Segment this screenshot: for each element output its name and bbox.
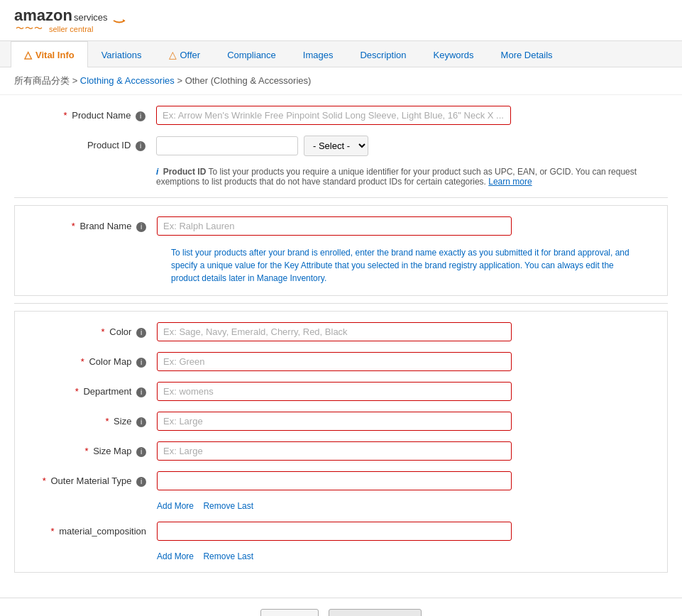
department-row: * Department i <box>15 382 667 401</box>
color-info-icon[interactable]: i <box>136 328 146 338</box>
product-name-info-icon[interactable]: i <box>136 111 145 121</box>
outer-material-add-remove: Add More Remove Last <box>157 501 667 511</box>
color-row: * Color i <box>15 322 667 341</box>
brand-name-label: * Brand Name i <box>15 216 157 232</box>
material-composition-input[interactable] <box>157 522 512 541</box>
size-map-input[interactable] <box>157 441 512 461</box>
outer-material-add-more-link[interactable]: Add More <box>157 501 194 511</box>
logo-decoration <box>113 14 126 26</box>
bottom-bar: Cancel Save and finish <box>0 598 682 616</box>
breadcrumb-sep1: > <box>72 75 80 86</box>
tab-compliance-label: Compliance <box>227 50 276 60</box>
brand-name-input-wrapper <box>157 216 512 236</box>
tabs-bar: △ Vital Info Variations △ Offer Complian… <box>0 41 682 67</box>
color-required-star: * <box>101 326 105 337</box>
brand-name-required-star: * <box>72 221 75 231</box>
save-finish-button[interactable]: Save and finish <box>329 609 422 616</box>
color-map-info-icon[interactable]: i <box>136 358 146 368</box>
breadcrumb-part2[interactable]: Clothing & Accessories <box>80 75 175 86</box>
product-id-learn-more-link[interactable]: Learn more <box>488 177 532 187</box>
size-map-label: * Size Map i <box>15 441 157 457</box>
brand-name-input[interactable] <box>157 216 512 236</box>
breadcrumb-part3: Other (Clothing & Accessories) <box>185 75 312 86</box>
tab-images[interactable]: Images <box>290 41 347 67</box>
color-map-required-star: * <box>81 356 84 367</box>
tab-variations[interactable]: Variations <box>88 41 155 67</box>
logo-services-text: services <box>74 13 108 23</box>
size-map-row: * Size Map i <box>15 441 667 461</box>
tab-more-details-label: More Details <box>501 50 553 60</box>
tab-description-label: Description <box>360 50 406 60</box>
material-composition-label: * material_composition <box>15 522 157 537</box>
product-id-input[interactable] <box>156 136 298 155</box>
logo-smile: 〜〜〜 <box>16 24 43 33</box>
tab-description[interactable]: Description <box>346 41 419 67</box>
department-input[interactable] <box>157 382 512 401</box>
material-composition-input-wrapper <box>157 522 512 541</box>
product-name-required-star: * <box>64 110 67 121</box>
brand-name-row: * Brand Name i <box>15 216 667 236</box>
product-id-row: Product ID i - Select - UPC EAN GCID ISB… <box>14 136 668 156</box>
divider-1 <box>14 197 668 198</box>
product-id-info-box: i Product ID To list your products you r… <box>156 167 653 187</box>
tab-keywords[interactable]: Keywords <box>420 41 488 67</box>
tab-vital-info-label: Vital Info <box>35 50 75 60</box>
amazon-logo: amazon services 〜〜〜 seller central <box>14 7 108 33</box>
tab-images-label: Images <box>303 50 334 60</box>
product-name-label: * Product Name i <box>14 106 156 121</box>
material-composition-required-star: * <box>50 526 54 537</box>
brand-name-info-icon[interactable]: i <box>136 222 146 232</box>
brand-note-text: To list your products after your brand i… <box>171 246 632 285</box>
header: amazon services 〜〜〜 seller central <box>0 0 682 41</box>
material-composition-remove-last-link[interactable]: Remove Last <box>203 551 253 561</box>
material-composition-row: * material_composition <box>15 522 667 541</box>
outer-material-input[interactable] <box>157 471 512 490</box>
outer-material-input-wrapper <box>157 471 512 490</box>
color-map-label: * Color Map i <box>15 352 157 368</box>
outer-material-remove-last-link[interactable]: Remove Last <box>203 501 253 511</box>
product-name-input[interactable] <box>156 106 511 125</box>
product-id-label: Product ID i <box>14 136 156 151</box>
department-info-icon[interactable]: i <box>136 387 146 397</box>
logo-seller-central: seller central <box>49 25 93 33</box>
size-input[interactable] <box>157 412 512 431</box>
color-section: * Color i * Color Map i * Department <box>14 311 668 573</box>
product-id-bold-label: Product ID <box>163 167 207 177</box>
size-info-icon[interactable]: i <box>136 417 146 427</box>
logo-amazon-text: amazon <box>14 7 72 24</box>
cancel-button[interactable]: Cancel <box>260 609 319 616</box>
logo-area: amazon services 〜〜〜 seller central <box>14 7 668 33</box>
color-map-row: * Color Map i <box>15 352 667 371</box>
material-composition-add-more-link[interactable]: Add More <box>157 551 194 561</box>
tab-keywords-label: Keywords <box>434 50 474 60</box>
color-input-wrapper <box>157 322 512 341</box>
offer-warning-icon: △ <box>169 49 177 60</box>
outer-material-label: * Outer Material Type i <box>15 471 157 487</box>
tab-compliance[interactable]: Compliance <box>214 41 290 67</box>
breadcrumb-sep2: > <box>177 75 185 86</box>
outer-material-info-icon[interactable]: i <box>136 477 146 487</box>
outer-material-row: * Outer Material Type i <box>15 471 667 490</box>
color-input[interactable] <box>157 322 512 341</box>
size-required-star: * <box>105 416 109 427</box>
department-required-star: * <box>75 386 79 397</box>
divider-2 <box>14 303 668 304</box>
material-composition-add-remove: Add More Remove Last <box>157 551 667 561</box>
tab-variations-label: Variations <box>101 50 142 60</box>
product-id-select[interactable]: - Select - UPC EAN GCID ISBN <box>304 136 368 156</box>
size-map-info-icon[interactable]: i <box>136 447 146 457</box>
breadcrumb: 所有商品分类 > Clothing & Accessories > Other … <box>0 67 682 95</box>
tab-vital-info[interactable]: △ Vital Info <box>11 41 88 67</box>
brand-section: * Brand Name i To list your products aft… <box>14 205 668 296</box>
tab-more-details[interactable]: More Details <box>488 41 566 67</box>
tab-offer[interactable]: △ Offer <box>155 41 214 67</box>
size-label: * Size i <box>15 412 157 427</box>
product-id-info-text: To list your products you require a uniq… <box>156 167 637 187</box>
size-input-wrapper <box>157 412 512 431</box>
vital-info-warning-icon: △ <box>24 49 32 60</box>
color-map-input-wrapper <box>157 352 512 371</box>
department-input-wrapper <box>157 382 512 401</box>
color-map-input[interactable] <box>157 352 512 371</box>
size-map-input-wrapper <box>157 441 512 461</box>
product-id-info-icon[interactable]: i <box>136 141 145 151</box>
